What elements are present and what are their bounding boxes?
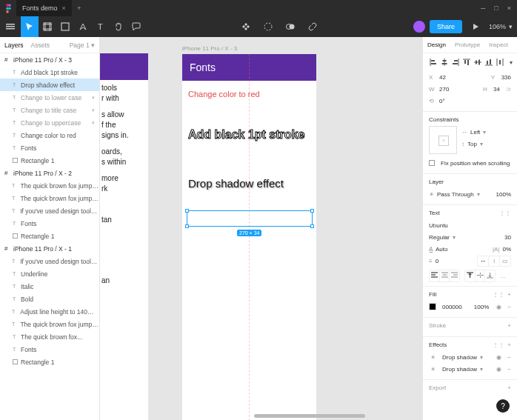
- close-tab-icon[interactable]: ×: [62, 4, 66, 12]
- font-family[interactable]: Ubuntu: [429, 222, 448, 229]
- x-value[interactable]: 42: [439, 74, 446, 81]
- layer-text[interactable]: TThe quick brown fox jumped....: [0, 318, 99, 330]
- zoom-dropdown[interactable]: 106%▾: [489, 23, 513, 30]
- text-align-center-icon[interactable]: [440, 270, 450, 281]
- pen-tool[interactable]: [74, 16, 92, 37]
- resize-handle[interactable]: [310, 209, 314, 213]
- text-tool[interactable]: T: [92, 16, 110, 37]
- text-v-middle-icon[interactable]: [476, 270, 486, 281]
- layer-text[interactable]: TThe quick brown fox jumped....: [0, 192, 99, 204]
- hand-tool[interactable]: [110, 16, 127, 37]
- add-stroke-icon[interactable]: +: [507, 322, 511, 329]
- layer-text[interactable]: TBold: [0, 293, 99, 305]
- h-value[interactable]: 34: [493, 86, 500, 93]
- chevron-down-icon[interactable]: ▾: [92, 95, 99, 101]
- w-value[interactable]: 270: [439, 86, 449, 93]
- fix-checkbox[interactable]: [429, 160, 435, 166]
- window-close-icon[interactable]: ×: [507, 4, 511, 12]
- effect-type[interactable]: Drop shadow: [442, 354, 477, 361]
- constraints-widget[interactable]: +: [429, 126, 457, 154]
- shape-tool[interactable]: [56, 16, 74, 37]
- resize-handle[interactable]: [310, 224, 314, 228]
- layer-frame[interactable]: #iPhone 11 Pro / X - 1: [0, 242, 99, 255]
- menu-button[interactable]: [0, 16, 21, 37]
- fill-hex[interactable]: 000000: [442, 304, 462, 310]
- layer-text[interactable]: TChange to title case▾: [0, 104, 99, 116]
- guide-vertical[interactable]: [249, 54, 250, 420]
- line-height[interactable]: Auto: [436, 246, 447, 253]
- text-more-icon[interactable]: …: [500, 273, 506, 279]
- selection-box[interactable]: [187, 210, 313, 227]
- auto-width-icon[interactable]: ↔: [478, 256, 489, 266]
- move-tool[interactable]: [21, 16, 39, 37]
- layer-rect[interactable]: Rectangle 1: [0, 230, 99, 242]
- layer-rect[interactable]: Rectangle 1: [0, 356, 99, 368]
- align-right-icon[interactable]: [451, 58, 460, 67]
- layer-text[interactable]: TIf you've used design tools be...: [0, 204, 99, 217]
- fill-opacity[interactable]: 100%: [474, 304, 489, 310]
- chevron-down-icon[interactable]: ▾: [92, 120, 99, 126]
- effect-type[interactable]: Drop shadow: [442, 366, 477, 373]
- effect-icon[interactable]: ☀: [429, 353, 436, 361]
- tab-inspect[interactable]: Inspect: [484, 37, 513, 53]
- tab-layers[interactable]: Layers: [4, 41, 24, 49]
- layer-frame[interactable]: #iPhone 11 Pro / X - 3: [0, 53, 99, 66]
- window-minimize-icon[interactable]: ─: [481, 4, 485, 12]
- text-align-left-icon[interactable]: [430, 270, 440, 281]
- align-center-h-icon[interactable]: [440, 58, 449, 67]
- add-fill-icon[interactable]: +: [507, 291, 511, 298]
- frame-partial[interactable]: tools r with s allow f the signs in. oar…: [100, 53, 148, 420]
- layer-text[interactable]: TChange to lower case▾: [0, 91, 99, 104]
- canvas[interactable]: tools r with s allow f the signs in. oar…: [100, 37, 422, 420]
- constraint-h[interactable]: Left: [470, 129, 480, 136]
- remove-icon[interactable]: −: [507, 354, 511, 361]
- help-button[interactable]: ?: [496, 399, 510, 413]
- frame-label[interactable]: iPhone 11 Pro / X - 3: [182, 45, 237, 52]
- layer-text[interactable]: TThe quick brown fox jumped...: [0, 179, 99, 192]
- align-top-icon[interactable]: [462, 58, 471, 67]
- text-align-right-icon[interactable]: [450, 270, 459, 281]
- text-v-bottom-icon[interactable]: [485, 270, 495, 281]
- tab-prototype[interactable]: Prototype: [450, 37, 484, 53]
- add-effect-icon[interactable]: +: [507, 341, 511, 348]
- layer-text[interactable]: TItalic: [0, 280, 99, 293]
- comment-tool[interactable]: [127, 16, 145, 37]
- distribute-icon[interactable]: [496, 58, 504, 67]
- fill-swatch[interactable]: [429, 303, 436, 310]
- remove-icon[interactable]: −: [507, 366, 511, 373]
- link-wh-icon[interactable]: ⊃: [506, 86, 511, 93]
- component-tool[interactable]: [237, 16, 255, 37]
- visibility-icon[interactable]: ◉: [496, 366, 501, 373]
- new-tab-button[interactable]: +: [72, 4, 87, 12]
- mask-tool[interactable]: [259, 16, 277, 37]
- layer-text[interactable]: TThe quick brown fox...: [0, 330, 99, 343]
- layer-text[interactable]: TAdd black 1pt stroke: [0, 66, 99, 79]
- style-icon[interactable]: ⋮⋮: [499, 210, 511, 216]
- remove-icon[interactable]: −: [507, 304, 511, 310]
- tab-design[interactable]: Design: [423, 37, 450, 53]
- layer-text[interactable]: TUnderline: [0, 267, 99, 280]
- frame-main[interactable]: Fonts Change color to red Add black 1pt …: [182, 54, 316, 420]
- file-tab[interactable]: Fonts demo ×: [16, 0, 72, 16]
- layer-text[interactable]: TChange to uppercase▾: [0, 116, 99, 129]
- paragraph-spacing[interactable]: 0: [436, 258, 438, 264]
- layer-text[interactable]: TAdjust line height to 140% an...: [0, 305, 99, 318]
- align-left-icon[interactable]: [429, 58, 438, 67]
- figma-logo-icon[interactable]: [0, 0, 16, 16]
- font-weight[interactable]: Regular: [429, 234, 450, 241]
- fixed-size-icon[interactable]: ▭: [500, 256, 510, 266]
- add-export-icon[interactable]: +: [507, 384, 511, 391]
- page-dropdown[interactable]: Page 1 ▾: [70, 41, 95, 49]
- share-button[interactable]: Share: [430, 20, 462, 33]
- layer-text[interactable]: TFonts: [0, 141, 99, 154]
- visibility-icon[interactable]: ◉: [496, 354, 501, 361]
- layer-text[interactable]: TFonts: [0, 343, 99, 356]
- present-button[interactable]: [467, 16, 484, 37]
- letter-spacing[interactable]: 0%: [502, 246, 511, 253]
- more-align-icon[interactable]: ▾: [507, 58, 516, 67]
- visibility-icon[interactable]: ◉: [496, 304, 501, 310]
- layer-text[interactable]: TFonts: [0, 217, 99, 230]
- layer-rect[interactable]: Rectangle 1: [0, 154, 99, 167]
- style-icon[interactable]: ⋮⋮: [493, 341, 504, 348]
- layer-text[interactable]: TIf you've used design tools be...: [0, 255, 99, 267]
